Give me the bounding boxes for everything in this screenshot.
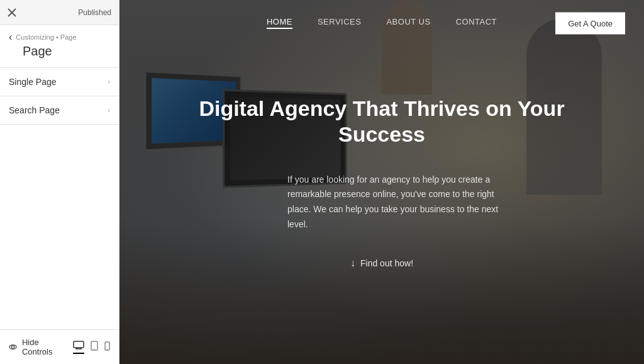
svg-point-11: [107, 348, 108, 349]
svg-rect-4: [74, 341, 84, 348]
hide-controls-label: Hide Controls: [22, 338, 68, 356]
tablet-icon[interactable]: [91, 341, 98, 353]
preview-area: HOME SERVICES ABOUT US CONTACT Get A Quo…: [119, 0, 644, 364]
get-quote-button[interactable]: Get A Quote: [555, 12, 625, 34]
breadcrumb-text: Customizing • Page: [16, 33, 76, 41]
close-button[interactable]: [8, 8, 16, 17]
chevron-right-icon: ›: [108, 77, 110, 86]
breadcrumb: ‹ Customizing • Page: [0, 25, 119, 44]
sidebar-bottom: Hide Controls: [0, 329, 119, 364]
chevron-right-icon: ›: [108, 106, 110, 115]
svg-point-2: [11, 346, 14, 349]
navigation: HOME SERVICES ABOUT US CONTACT Get A Quo…: [119, 0, 644, 46]
arrow-down-icon: ↓: [350, 257, 355, 268]
device-icons: [73, 341, 110, 354]
desktop-icon[interactable]: [73, 341, 84, 354]
nav-services[interactable]: SERVICES: [318, 17, 362, 29]
sidebar: Published ‹ Customizing • Page Page Sing…: [0, 0, 119, 364]
svg-point-9: [94, 348, 95, 350]
find-out-label: Find out how!: [360, 258, 413, 268]
back-button[interactable]: ‹: [9, 31, 12, 43]
sidebar-item-label: Search Page: [9, 105, 60, 115]
nav-contact[interactable]: CONTACT: [456, 17, 497, 29]
sidebar-menu: Single Page › Search Page ›: [0, 67, 119, 329]
hero-section: Digital Agency That Thrives on Your Succ…: [162, 96, 602, 269]
hero-title: Digital Agency That Thrives on Your Succ…: [162, 96, 602, 147]
sidebar-item-single-page[interactable]: Single Page ›: [0, 68, 119, 96]
published-status: Published: [78, 8, 111, 17]
sidebar-top-bar: Published: [0, 0, 119, 25]
page-title: Page: [0, 44, 119, 67]
find-out-button[interactable]: ↓ Find out how!: [162, 257, 602, 268]
sidebar-item-label: Single Page: [9, 77, 57, 87]
sidebar-item-search-page[interactable]: Search Page ›: [0, 96, 119, 125]
nav-home[interactable]: HOME: [267, 17, 292, 29]
nav-about[interactable]: ABOUT US: [386, 17, 430, 29]
hero-description: If you are looking for an agency to help…: [287, 172, 514, 232]
eye-icon: [9, 343, 17, 351]
nav-links: HOME SERVICES ABOUT US CONTACT: [267, 17, 497, 29]
mobile-icon[interactable]: [104, 341, 110, 353]
